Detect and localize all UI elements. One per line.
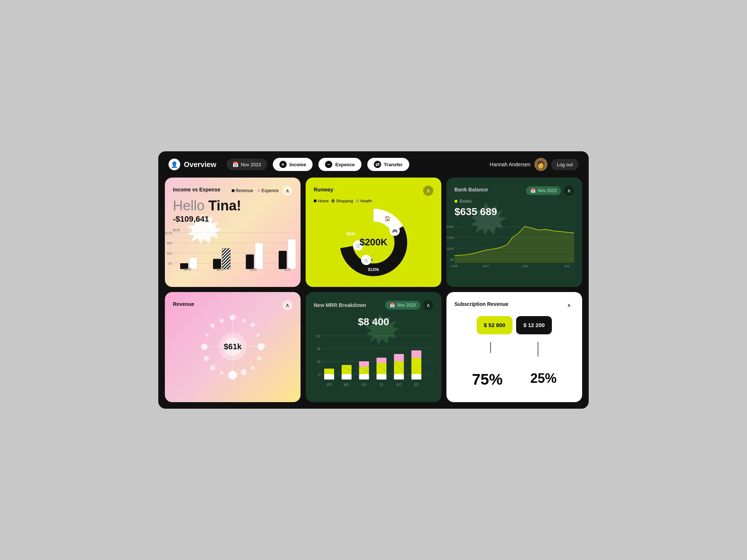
svg-rect-93 bbox=[324, 374, 334, 380]
header: 👤 Overview 📅 Nov 2023 + Income − Expence… bbox=[158, 151, 589, 178]
svg-text:🛒: 🛒 bbox=[364, 257, 369, 263]
svg-text:$8k: $8k bbox=[317, 347, 321, 351]
svg-text:JUN: JUN bbox=[361, 383, 366, 387]
svg-point-68 bbox=[230, 315, 236, 320]
svg-point-72 bbox=[228, 371, 237, 380]
expand-runway-button[interactable]: ∧ bbox=[423, 186, 433, 196]
subscription-boxes: $ 52 800 $ 12 200 bbox=[454, 316, 574, 334]
svg-text:♥: ♥ bbox=[370, 257, 373, 262]
revenue-svg: $61k bbox=[196, 310, 269, 383]
svg-point-69 bbox=[251, 323, 255, 327]
bar-chart-svg: APR MAY JUN JUL $12k $8k $4k $0 bbox=[173, 233, 293, 273]
runway-legend: Home Shopping Health bbox=[314, 199, 433, 203]
revenue-title: Revenue bbox=[173, 301, 194, 307]
svg-point-79 bbox=[241, 369, 247, 375]
revenue-chart-area: $61k bbox=[173, 310, 293, 383]
svg-rect-92 bbox=[324, 369, 334, 374]
expense-dot bbox=[258, 189, 260, 192]
user-name: Hannah Andersen bbox=[490, 162, 531, 167]
subscription-chart: 75% 25% bbox=[454, 340, 574, 369]
svg-text:JUL: JUL bbox=[564, 264, 570, 268]
svg-point-78 bbox=[257, 356, 262, 361]
runway-header: Runway ∧ bbox=[314, 186, 433, 196]
bank-header: Bank Balance 📅 Nov 2023 ∧ bbox=[454, 186, 574, 196]
svg-text:APR: APR bbox=[184, 268, 191, 272]
svg-marker-43 bbox=[454, 226, 574, 263]
svg-text:🏠: 🏠 bbox=[384, 215, 391, 222]
svg-text:$8k: $8k bbox=[167, 241, 172, 245]
svg-text:APR: APR bbox=[326, 383, 332, 387]
app-title: Overview bbox=[184, 160, 216, 169]
chart-legend: Revenue Expence bbox=[232, 188, 279, 193]
mrr-amount: $8 400 bbox=[358, 316, 389, 327]
revenue-card: Revenue ∧ bbox=[165, 292, 301, 402]
mrr-title: New MRR Breakdown bbox=[314, 302, 366, 308]
svg-point-80 bbox=[220, 371, 224, 375]
subscription-percentages: 75% 25% bbox=[454, 371, 574, 388]
subscription-box-2: $ 12 200 bbox=[516, 316, 552, 334]
svg-text:$61k: $61k bbox=[224, 342, 242, 351]
expense-legend-item: Expence bbox=[258, 188, 279, 193]
income-expense-header: Income vs Expense Revenue Expence ∧ bbox=[173, 186, 293, 196]
bank-chart-svg: $650k $320k $160k $0 APR MAY JUN JUL bbox=[454, 223, 574, 270]
svg-text:APR: APR bbox=[451, 264, 458, 268]
svg-text:MAY: MAY bbox=[483, 264, 489, 268]
svg-point-73 bbox=[210, 365, 215, 370]
bank-calendar-icon: 📅 bbox=[530, 188, 536, 193]
subscription-svg bbox=[454, 340, 574, 369]
svg-text:$650k: $650k bbox=[446, 225, 454, 229]
donut-area: 🏠 🎮 🛒 🛒 $50k $120k ♥ $200K bbox=[314, 206, 433, 279]
user-area: Hannah Andersen 👩 Log out bbox=[490, 158, 578, 171]
mrr-chart-area: $12k $8k $4k $0 APR MAY JUN JUL AUG SEP bbox=[314, 332, 433, 394]
revenue-header: Revenue ∧ bbox=[173, 300, 293, 310]
svg-text:JUL: JUL bbox=[285, 268, 291, 272]
svg-text:$50k: $50k bbox=[347, 232, 356, 236]
dashboard: 👤 Overview 📅 Nov 2023 + Income − Expence… bbox=[158, 151, 589, 409]
svg-text:SEP: SEP bbox=[414, 383, 419, 387]
date-filter-button[interactable]: 📅 Nov 2023 bbox=[227, 159, 267, 170]
svg-rect-12 bbox=[246, 254, 254, 269]
bank-title: Bank Balance bbox=[454, 187, 488, 192]
expand-subscription-button[interactable]: ∧ bbox=[564, 300, 574, 310]
transfer-button[interactable]: ⇄ Transfer bbox=[367, 158, 409, 171]
svg-point-74 bbox=[201, 343, 208, 350]
donut-svg: 🏠 🎮 🛒 🛒 $50k $120k ♥ $200K bbox=[337, 206, 410, 279]
svg-text:$12k: $12k bbox=[316, 334, 321, 338]
minus-icon: − bbox=[325, 161, 332, 168]
greeting-area: Hello Tina! bbox=[173, 198, 293, 214]
svg-point-81 bbox=[204, 356, 209, 361]
subscription-amount-1: $ 52 800 bbox=[484, 322, 505, 328]
income-button[interactable]: + Income bbox=[273, 158, 313, 171]
subscription-pct-1: 75% bbox=[472, 371, 503, 388]
bank-balance-card: Bank Balance 📅 Nov 2023 ∧ Banks $635 bbox=[446, 178, 582, 287]
svg-text:$4k: $4k bbox=[317, 360, 321, 364]
runway-card: Runway ∧ Home Shopping Health bbox=[306, 178, 441, 287]
svg-rect-15 bbox=[288, 239, 296, 269]
svg-point-83 bbox=[220, 318, 224, 323]
expand-mrr-button[interactable]: ∧ bbox=[423, 300, 433, 310]
svg-text:AUG: AUG bbox=[396, 383, 402, 387]
subscription-pct-2: 25% bbox=[530, 371, 557, 388]
svg-rect-101 bbox=[376, 374, 386, 380]
svg-text:$0: $0 bbox=[169, 262, 172, 265]
income-expense-title: Income vs Expense bbox=[173, 187, 220, 192]
subscription-title: Subscription Revenue bbox=[454, 301, 508, 307]
svg-rect-9 bbox=[222, 249, 230, 269]
svg-rect-96 bbox=[359, 361, 369, 367]
bank-amount: $635 689 bbox=[454, 206, 497, 217]
svg-rect-104 bbox=[394, 374, 404, 380]
main-grid: Income vs Expense Revenue Expence ∧ bbox=[158, 178, 589, 409]
expand-income-button[interactable]: ∧ bbox=[282, 186, 293, 196]
logout-button[interactable]: Log out bbox=[551, 159, 578, 170]
svg-text:$160k: $160k bbox=[446, 247, 454, 250]
svg-rect-95 bbox=[342, 374, 352, 380]
shopping-dot bbox=[332, 199, 334, 202]
svg-rect-107 bbox=[411, 374, 421, 380]
expand-revenue-button[interactable]: ∧ bbox=[282, 300, 293, 310]
svg-point-77 bbox=[257, 334, 260, 337]
svg-rect-102 bbox=[394, 354, 404, 361]
expand-bank-button[interactable]: ∧ bbox=[564, 186, 574, 196]
expense-button[interactable]: − Expence bbox=[318, 158, 361, 171]
mrr-calendar-icon: 📅 bbox=[390, 303, 395, 308]
transfer-icon: ⇄ bbox=[374, 161, 381, 168]
